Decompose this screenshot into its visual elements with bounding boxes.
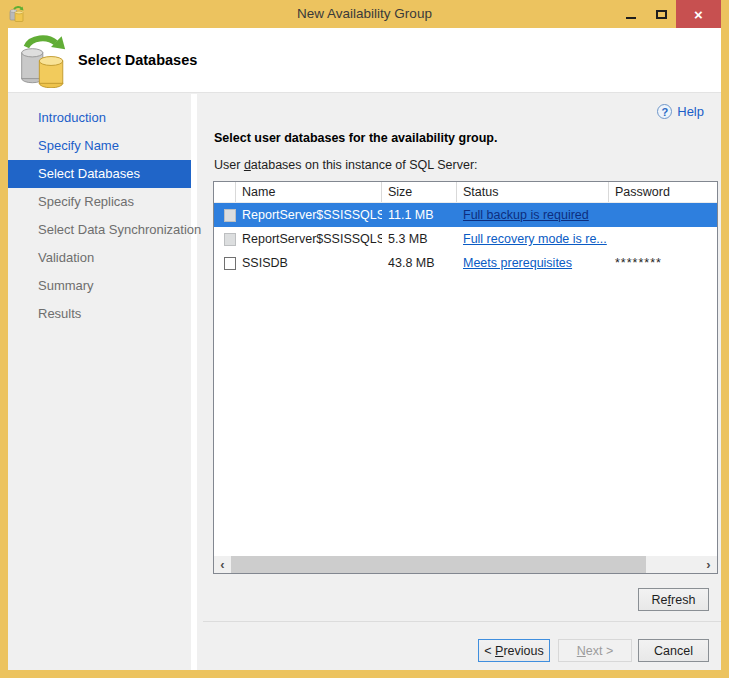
cell-password <box>609 227 717 251</box>
cell-name: ReportServer$SSISSQLSER... <box>236 227 382 251</box>
sidebar-item-introduction[interactable]: Introduction <box>8 104 191 132</box>
table-row[interactable]: SSISDB 43.8 MB Meets prerequisites *****… <box>214 251 717 275</box>
table-row[interactable]: ReportServer$SSISSQLSER... 11.1 MB Full … <box>214 203 717 227</box>
close-button[interactable]: × <box>676 0 721 28</box>
status-link[interactable]: Full backup is required <box>463 208 589 222</box>
header-name[interactable]: Name <box>236 182 382 202</box>
title-bar: New Availability Group × <box>0 0 729 28</box>
cell-name: SSISDB <box>236 251 382 275</box>
refresh-button[interactable]: Refresh <box>638 588 709 611</box>
previous-button[interactable]: < Previous <box>478 639 550 662</box>
wizard-steps-sidebar: Introduction Specify Name Select Databas… <box>8 94 197 670</box>
sidebar-item-validation: Validation <box>8 244 191 272</box>
minimize-icon <box>626 17 636 19</box>
header-checkbox-column <box>214 182 236 202</box>
footer-divider <box>203 621 721 622</box>
cancel-button[interactable]: Cancel <box>638 639 709 662</box>
dialog-frame: Select Databases Introduction Specify Na… <box>8 28 721 670</box>
cell-password <box>609 203 717 227</box>
row-checkbox[interactable] <box>224 257 236 270</box>
maximize-icon <box>656 10 667 19</box>
page-title: Select Databases <box>78 52 197 68</box>
cell-password: ******** <box>609 251 717 275</box>
next-button[interactable]: Next > <box>558 639 632 662</box>
row-checkbox[interactable] <box>224 233 236 246</box>
header-status[interactable]: Status <box>457 182 609 202</box>
header-password[interactable]: Password <box>609 182 717 202</box>
instruction-text: Select user databases for the availabili… <box>214 131 497 145</box>
sidebar-item-select-data-synchronization: Select Data Synchronization <box>8 216 191 244</box>
help-icon: ? <box>657 104 672 119</box>
scrollbar-thumb[interactable] <box>231 556 646 573</box>
minimize-button[interactable] <box>616 0 646 28</box>
row-checkbox[interactable] <box>224 209 236 222</box>
databases-table: Name Size Status Password ReportServer$S… <box>213 181 718 574</box>
chevron-left-icon: ‹ <box>220 557 224 572</box>
help-label: Help <box>677 104 704 119</box>
cell-size: 11.1 MB <box>382 203 457 227</box>
cell-name: ReportServer$SSISSQLSER... <box>236 203 382 227</box>
header-size[interactable]: Size <box>382 182 457 202</box>
scroll-left-button[interactable]: ‹ <box>214 556 231 573</box>
select-databases-icon <box>18 34 70 88</box>
sidebar-item-results: Results <box>8 300 191 328</box>
sidebar-item-specify-name[interactable]: Specify Name <box>8 132 191 160</box>
sidebar-item-summary: Summary <box>8 272 191 300</box>
database-list-label: User databases on this instance of SQL S… <box>214 158 478 172</box>
table-header-row: Name Size Status Password <box>214 182 717 203</box>
sidebar-item-select-databases[interactable]: Select Databases <box>8 160 191 188</box>
scroll-right-button[interactable]: › <box>700 556 717 573</box>
status-link[interactable]: Meets prerequisites <box>463 256 572 270</box>
scrollbar-track[interactable] <box>646 556 700 573</box>
dialog-window: New Availability Group × <box>0 0 729 678</box>
table-row[interactable]: ReportServer$SSISSQLSER... 5.3 MB Full r… <box>214 227 717 251</box>
cell-size: 5.3 MB <box>382 227 457 251</box>
main-pane: ? Help Select user databases for the ava… <box>203 94 721 670</box>
wizard-header: Select Databases <box>8 28 721 93</box>
wizard-body: Introduction Specify Name Select Databas… <box>8 94 721 670</box>
maximize-button[interactable] <box>646 0 676 28</box>
cell-size: 43.8 MB <box>382 251 457 275</box>
chevron-right-icon: › <box>706 557 710 572</box>
close-icon: × <box>694 6 703 23</box>
help-link[interactable]: ? Help <box>657 104 704 119</box>
horizontal-scrollbar: ‹ › <box>214 556 717 573</box>
status-link[interactable]: Full recovery mode is re... <box>463 232 607 246</box>
sidebar-item-specify-replicas: Specify Replicas <box>8 188 191 216</box>
